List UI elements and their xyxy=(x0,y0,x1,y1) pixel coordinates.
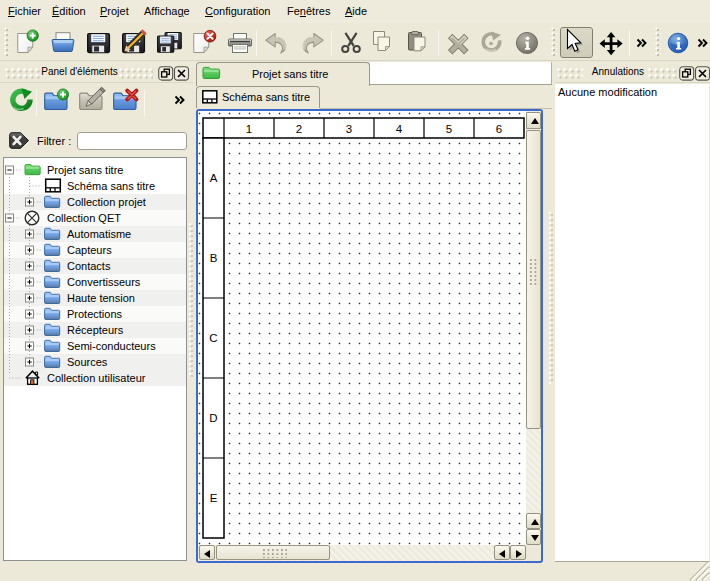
svg-text:Schéma sans titre: Schéma sans titre xyxy=(67,180,155,192)
svg-text:1: 1 xyxy=(246,123,252,135)
svg-text:Semi-conducteurs: Semi-conducteurs xyxy=(67,340,156,352)
svg-text:3: 3 xyxy=(346,123,352,135)
svg-text:B: B xyxy=(210,252,218,264)
svg-text:Projet sans titre: Projet sans titre xyxy=(47,164,123,176)
svg-text:E: E xyxy=(210,492,218,504)
svg-text:Protections: Protections xyxy=(67,308,123,320)
svg-text:A: A xyxy=(210,172,218,184)
svg-text:Récepteurs: Récepteurs xyxy=(67,324,124,336)
svg-text:Automatisme: Automatisme xyxy=(67,228,131,240)
svg-text:Collection projet: Collection projet xyxy=(67,196,146,208)
svg-text:Collection utilisateur: Collection utilisateur xyxy=(47,372,146,384)
svg-text:Capteurs: Capteurs xyxy=(67,244,112,256)
svg-text:Convertisseurs: Convertisseurs xyxy=(67,276,141,288)
svg-text:Contacts: Contacts xyxy=(67,260,111,272)
svg-text:2: 2 xyxy=(296,123,302,135)
svg-text:Collection QET: Collection QET xyxy=(47,212,121,224)
svg-text:C: C xyxy=(209,332,217,344)
svg-text:D: D xyxy=(209,412,217,424)
svg-text:Sources: Sources xyxy=(67,356,108,368)
svg-text:6: 6 xyxy=(496,123,502,135)
svg-text:5: 5 xyxy=(446,123,452,135)
svg-text:Haute tension: Haute tension xyxy=(67,292,135,304)
svg-text:4: 4 xyxy=(396,123,403,135)
